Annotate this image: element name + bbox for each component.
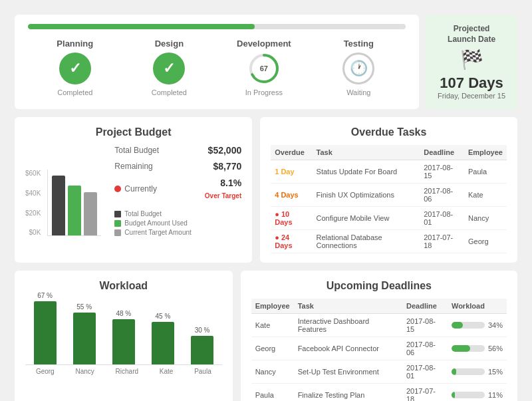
launch-date: Friday, December 15 (438, 92, 505, 100)
deadlines-header-row: Employee Task Deadline Workload (251, 299, 507, 314)
red-dot-icon: ● (275, 210, 281, 218)
overdue-deadline-cell: 2017-08-15 (420, 160, 464, 184)
budget-inner: $60K $40K $20K $0K Total Budget $52,000 (25, 145, 241, 236)
workload-pill-fill (452, 368, 457, 375)
stat-total-value: $52,000 (208, 145, 242, 156)
deadlines-row: KateInteractive Dashboard Features2017-0… (251, 314, 507, 337)
deadline-task-cell: Facebook API Connector (294, 337, 402, 360)
overdue-row: ● 24 DaysRelational Database Connections… (271, 230, 507, 253)
deadlines-header-workload: Workload (448, 299, 507, 314)
deadlines-header-employee: Employee (251, 299, 294, 314)
deadline-task-cell: Set-Up Test Environment (294, 360, 402, 384)
overdue-employee-cell: Nancy (464, 207, 507, 230)
stat-total-label: Total Budget (114, 146, 159, 155)
workload-bar-wrap: 48 % (112, 310, 135, 364)
workload-name: Kate (160, 368, 174, 375)
deadline-workload-cell: 15% (448, 360, 507, 384)
y-label-20k: $20K (25, 209, 41, 217)
workload-bar-wrap: 55 % (73, 303, 96, 364)
workload-bars-area: 67 %55 %48 %45 %30 % (25, 299, 222, 365)
y-label-40k: $40K (25, 190, 41, 197)
stat-current: Currently 8.1% Over Target (114, 177, 241, 201)
overdue-days-cell: 1 Day (271, 160, 312, 184)
stat-remaining-value: $8,770 (213, 161, 241, 172)
stat-current-label-text: Currently (124, 184, 157, 194)
deadline-task-cell: Finalize Testing Plan (294, 384, 402, 401)
progress-section: Planning Completed Design Completed Deve… (15, 15, 517, 109)
budget-stats: Total Budget $52,000 Remaining $8,770 Cu… (108, 145, 241, 236)
workload-name: Paula (194, 368, 211, 375)
workload-name: Richard (116, 368, 138, 375)
workload-pct: 11% (488, 391, 503, 399)
workload-pct-label: 55 % (76, 303, 92, 311)
y-label-0k: $0K (25, 229, 41, 236)
stat-remaining: Remaining $8,770 (114, 161, 241, 172)
workload-title: Workload (25, 280, 222, 292)
workload-pill-fill (452, 345, 470, 352)
workload-bar (112, 319, 135, 364)
progress-bar-container (28, 24, 406, 29)
deadlines-card: Upcoming Deadlines Employee Task Deadlin… (241, 271, 517, 401)
overdue-task-cell: Finish UX Optimizations (313, 184, 420, 207)
phase-design-status: Completed (152, 88, 187, 96)
over-target-label: Over Target (205, 192, 241, 200)
dev-pct: 67 (260, 65, 268, 72)
overdue-task-cell: Status Update For Board (313, 160, 420, 184)
budget-legend: Total Budget Budget Amount Used Current … (114, 210, 241, 236)
workload-pill-fill (452, 392, 456, 398)
workload-bar (34, 301, 57, 364)
bar-target (84, 192, 97, 235)
workload-chart: 67 %55 %48 %45 %30 % GeorgNancyRichardKa… (25, 299, 222, 375)
phase-development: Development 67 In Progress (237, 39, 291, 96)
deadlines-row: GeorgFacebook API Connector2017-08-06 56… (251, 337, 507, 360)
phase-testing-status: Waiting (346, 88, 370, 96)
deadlines-title: Upcoming Deadlines (251, 280, 507, 292)
overdue-table: Overdue Task Deadline Employee 1 DayStat… (271, 145, 507, 253)
overdue-header-row: Overdue Task Deadline Employee (271, 145, 507, 160)
bar-total (52, 176, 65, 235)
legend-label-used: Budget Amount Used (124, 219, 188, 227)
phase-dev-status: In Progress (245, 88, 283, 96)
workload-cell: 11% (452, 391, 503, 399)
workload-name: Nancy (75, 368, 94, 375)
workload-pct: 15% (488, 368, 503, 376)
deadline-date-cell: 2017-08-15 (402, 314, 448, 337)
legend-dot-target (114, 229, 121, 236)
deadline-task-cell: Interactive Dashboard Features (294, 314, 402, 337)
legend-label-target: Current Target Amount (124, 229, 191, 236)
deadlines-row: NancySet-Up Test Environment2017-08-01 1… (251, 360, 507, 384)
workload-bar (152, 322, 174, 364)
deadline-employee-cell: Georg (251, 337, 294, 360)
budget-chart-area: $60K $40K $20K $0K (25, 170, 101, 236)
launch-flag: 🏁 (460, 49, 483, 70)
workload-pill-fill (452, 322, 463, 329)
phase-design-label: Design (155, 39, 184, 49)
deadline-workload-cell: 56% (448, 337, 507, 360)
workload-bar (191, 336, 213, 364)
phase-design: Design Completed (142, 39, 196, 96)
stat-remaining-label: Remaining (114, 162, 152, 171)
phase-testing-label: Testing (344, 39, 374, 49)
deadlines-row: PaulaFinalize Testing Plan2017-07-18 11% (251, 384, 507, 401)
overdue-task-cell: Relational Database Connections (313, 230, 420, 253)
legend-target: Current Target Amount (114, 229, 241, 236)
deadline-employee-cell: Nancy (251, 360, 294, 384)
stat-current-label: Currently (114, 184, 157, 194)
red-dot-icon (114, 186, 121, 192)
workload-pill (452, 368, 485, 375)
overdue-row: ● 10 DaysConfigure Mobile View2017-08-01… (271, 207, 507, 230)
workload-pct-label: 45 % (156, 313, 171, 320)
overdue-header-task: Task (313, 145, 420, 160)
dev-progress-icon: 67 (248, 53, 280, 84)
deadline-date-cell: 2017-07-18 (402, 384, 448, 401)
overdue-row: 4 DaysFinish UX Optimizations2017-08-06K… (271, 184, 507, 207)
deadline-date-cell: 2017-08-01 (402, 360, 448, 384)
deadline-employee-cell: Paula (251, 384, 294, 401)
deadline-workload-cell: 34% (448, 314, 507, 337)
y-axis: $60K $40K $20K $0K (25, 170, 43, 236)
phase-planning-status: Completed (57, 88, 92, 96)
budget-bars (47, 170, 101, 236)
workload-pill (452, 322, 485, 329)
workload-bar-wrap: 67 % (34, 292, 57, 364)
workload-pct: 56% (488, 344, 503, 352)
